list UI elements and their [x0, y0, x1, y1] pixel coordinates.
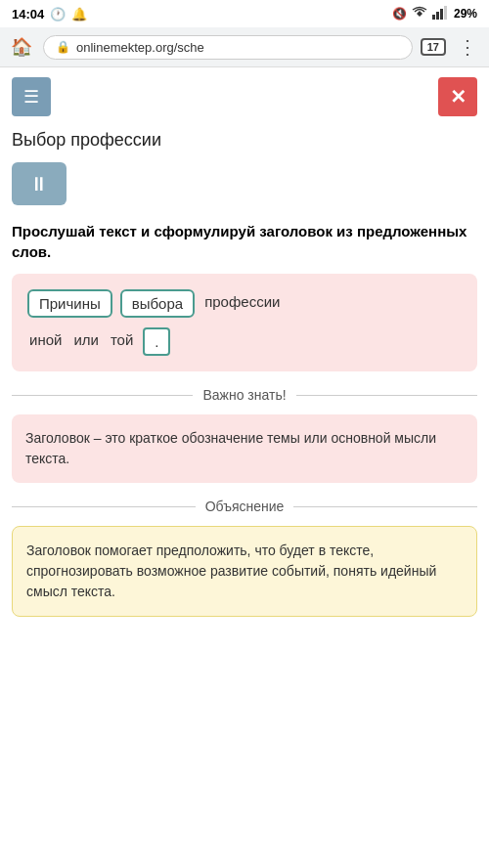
- top-nav: ☰ ✕: [0, 67, 489, 126]
- word-tag-toy[interactable]: той: [109, 327, 135, 356]
- tab-count[interactable]: 17: [421, 38, 446, 56]
- divider-objasnenie: Объяснение: [0, 499, 489, 514]
- audio-player[interactable]: ⏸: [12, 162, 67, 205]
- word-tag-vybora[interactable]: выбора: [120, 289, 195, 318]
- battery-status: 29%: [454, 7, 477, 21]
- info-box-zagolovok: Заголовок – это краткое обозначение темы…: [12, 414, 477, 483]
- lock-icon: 🔒: [56, 40, 70, 54]
- page-content: ☰ ✕ Выбор профессии ⏸ Прослушай текст и …: [0, 67, 489, 617]
- word-row-1: Причины выбора профессии: [27, 289, 462, 318]
- hamburger-button[interactable]: ☰: [12, 77, 51, 116]
- divider-line-right2: [293, 506, 477, 507]
- browser-bar: 🏠 🔒 onlinemektep.org/sche 17 ⋮: [0, 27, 489, 67]
- divider-label-vazhno: Важно знать!: [202, 387, 286, 403]
- svg-rect-3: [444, 6, 447, 20]
- status-right: 🔇 29%: [392, 6, 477, 22]
- wifi-icon: [411, 6, 428, 22]
- svg-rect-1: [436, 12, 439, 20]
- status-left: 14:04 🕐 🔔: [12, 7, 87, 22]
- word-tag-ili[interactable]: или: [71, 327, 101, 356]
- home-button[interactable]: 🏠: [8, 33, 35, 61]
- word-row-2: иной или той .: [27, 327, 462, 356]
- signal-icon: [432, 6, 450, 22]
- divider-label-objasnenie: Объяснение: [205, 499, 285, 514]
- divider-vazhno: Важно знать!: [0, 387, 489, 403]
- close-button[interactable]: ✕: [438, 77, 477, 116]
- url-bar[interactable]: 🔒 onlinemektep.org/sche: [43, 35, 413, 60]
- info-box-objasnenie: Заголовок помогает предположить, что буд…: [12, 526, 477, 617]
- notification-icon: 🔔: [71, 7, 87, 22]
- task-description: Прослушай текст и сформулируй заголовок …: [0, 221, 489, 274]
- page-title-row: Выбор профессии: [0, 126, 489, 162]
- word-tag-prichiny[interactable]: Причины: [27, 289, 112, 318]
- browser-menu-button[interactable]: ⋮: [454, 35, 481, 59]
- status-bar: 14:04 🕐 🔔 🔇 29%: [0, 0, 489, 27]
- word-selection-box: Причины выбора профессии иной или той .: [12, 274, 477, 371]
- divider-line-left2: [12, 506, 196, 507]
- svg-rect-2: [440, 9, 443, 20]
- word-tag-inoy[interactable]: иной: [27, 327, 64, 356]
- info-text-objasnenie: Заголовок помогает предположить, что буд…: [26, 542, 436, 599]
- word-tag-professii[interactable]: профессии: [202, 289, 282, 318]
- status-time: 14:04: [12, 7, 44, 22]
- url-text: onlinemektep.org/sche: [76, 40, 204, 55]
- clock-icon: 🕐: [50, 7, 66, 22]
- mute-icon: 🔇: [392, 7, 407, 21]
- close-icon: ✕: [450, 85, 467, 108]
- hamburger-icon: ☰: [23, 86, 39, 108]
- page-title: Выбор профессии: [12, 130, 161, 150]
- divider-line-left: [12, 395, 193, 396]
- svg-rect-0: [432, 15, 435, 20]
- divider-line-right: [296, 395, 477, 396]
- word-tag-period[interactable]: .: [143, 327, 170, 356]
- pause-icon: ⏸: [29, 173, 49, 195]
- info-text-zagolovok: Заголовок – это краткое обозначение темы…: [25, 430, 436, 466]
